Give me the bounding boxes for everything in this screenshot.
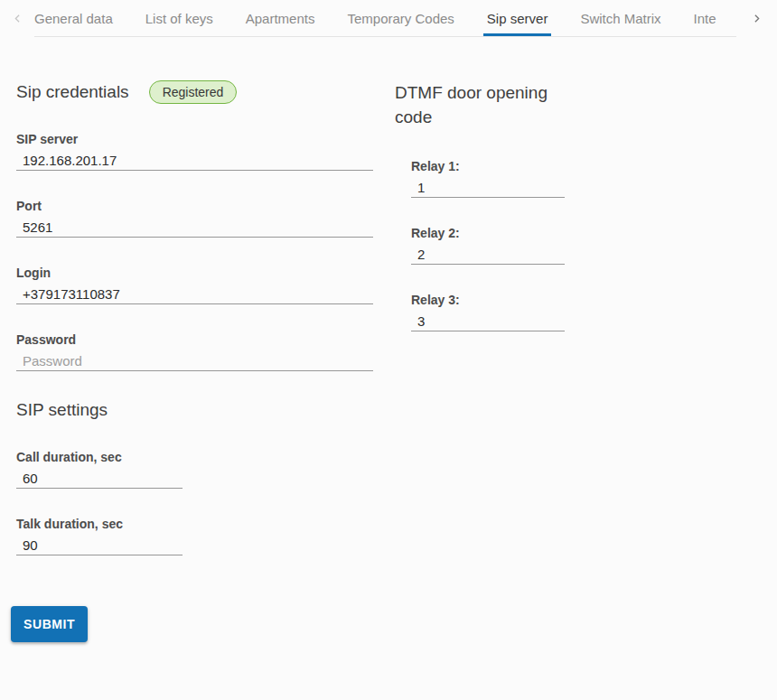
- relay-3-field: Relay 3:: [411, 293, 585, 331]
- submit-button[interactable]: SUBMIT: [11, 606, 88, 642]
- sip-server-page: Sip credentials Registered SIP server Po…: [0, 37, 777, 642]
- tab-sip-server[interactable]: Sip server: [487, 0, 548, 36]
- chevron-right-icon: [751, 13, 763, 24]
- talk-duration-field: Talk duration, sec: [16, 517, 373, 555]
- tab-strip: General data List of keys Apartments Tem…: [34, 0, 736, 37]
- tab-interface-truncated[interactable]: Inte: [694, 0, 716, 36]
- tab-apartments[interactable]: Apartments: [246, 0, 315, 36]
- tab-switch-matrix[interactable]: Switch Matrix: [580, 0, 660, 36]
- tabs-scroll-right-button[interactable]: [736, 0, 777, 37]
- talk-duration-input[interactable]: [16, 536, 183, 555]
- password-field: Password: [16, 332, 373, 371]
- relay-3-input[interactable]: [411, 312, 565, 331]
- dtmf-title: DTMF door opening code: [395, 80, 566, 129]
- login-input[interactable]: [16, 285, 373, 304]
- relay-1-field: Relay 1:: [411, 159, 585, 198]
- port-field: Port: [16, 199, 373, 238]
- sip-credentials-title: Sip credentials: [16, 81, 129, 103]
- tab-bar: General data List of keys Apartments Tem…: [0, 0, 777, 37]
- login-label: Login: [16, 266, 373, 280]
- relay-group: Relay 1: Relay 2: Relay 3:: [411, 159, 585, 331]
- dtmf-section: DTMF door opening code Relay 1: Relay 2:…: [395, 37, 585, 642]
- call-duration-field: Call duration, sec: [16, 450, 373, 489]
- tab-general-data[interactable]: General data: [34, 0, 113, 36]
- sip-server-field: SIP server: [16, 132, 373, 171]
- sip-server-label: SIP server: [16, 132, 373, 146]
- port-label: Port: [16, 199, 373, 213]
- password-label: Password: [16, 332, 373, 347]
- sip-credentials-section: Sip credentials Registered SIP server Po…: [16, 37, 373, 642]
- tabs-scroll-left-button[interactable]: [0, 0, 34, 37]
- sip-settings-title: SIP settings: [16, 399, 373, 421]
- relay-2-label: Relay 2:: [411, 226, 585, 240]
- chevron-left-icon: [12, 13, 23, 24]
- port-input[interactable]: [16, 218, 373, 238]
- relay-1-input[interactable]: [411, 178, 565, 198]
- relay-1-label: Relay 1:: [411, 159, 585, 173]
- sip-server-input[interactable]: [16, 151, 373, 171]
- call-duration-input[interactable]: [16, 469, 183, 489]
- talk-duration-label: Talk duration, sec: [16, 517, 373, 531]
- relay-3-label: Relay 3:: [411, 293, 585, 307]
- sip-credentials-header: Sip credentials Registered: [16, 80, 373, 104]
- tab-temporary-codes[interactable]: Temporary Codes: [347, 0, 454, 36]
- call-duration-label: Call duration, sec: [16, 450, 373, 464]
- relay-2-input[interactable]: [411, 245, 565, 265]
- registration-status-badge: Registered: [149, 80, 238, 104]
- login-field: Login: [16, 266, 373, 304]
- tab-list-of-keys[interactable]: List of keys: [145, 0, 213, 36]
- password-input[interactable]: [16, 351, 373, 371]
- relay-2-field: Relay 2:: [411, 226, 585, 265]
